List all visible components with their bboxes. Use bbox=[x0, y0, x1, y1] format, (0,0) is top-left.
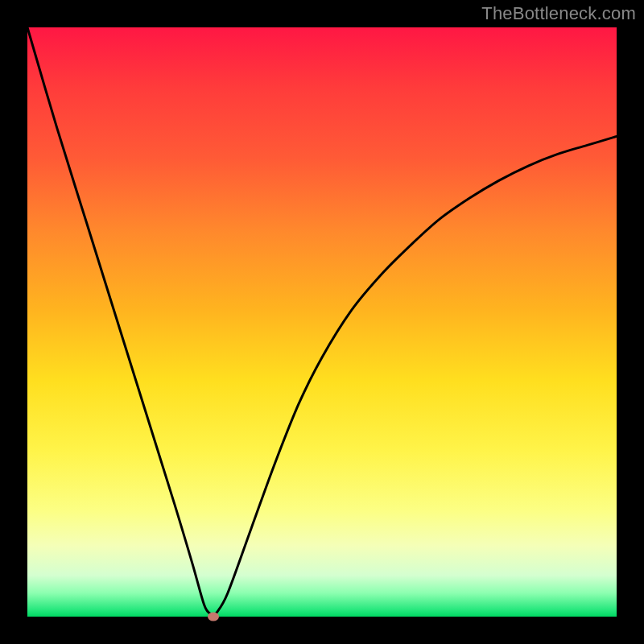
optimum-marker bbox=[208, 613, 219, 621]
bottleneck-curve bbox=[27, 27, 617, 617]
chart-frame: TheBottleneck.com bbox=[0, 0, 644, 644]
curve-svg bbox=[27, 27, 617, 617]
plot-area bbox=[27, 27, 617, 617]
watermark-text: TheBottleneck.com bbox=[481, 3, 636, 24]
